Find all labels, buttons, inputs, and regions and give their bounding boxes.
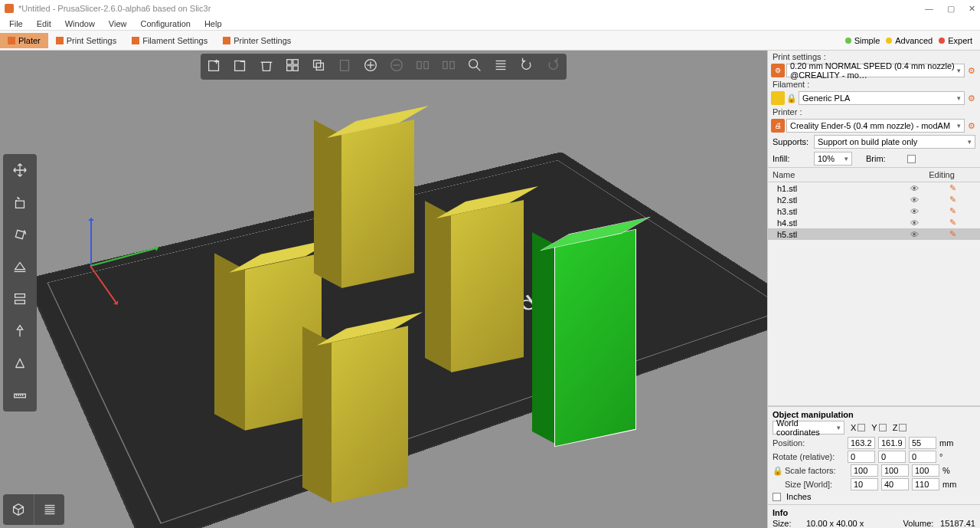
info-volume-label: Volume: [903, 519, 933, 528]
visibility-toggle[interactable]: 👁 [899, 218, 929, 228]
mode-simple[interactable]: Simple [845, 36, 880, 45]
side-panel: Print settings : ⚙ 0.20 mm NORMAL SPEED … [767, 51, 980, 528]
scale-tool[interactable] [3, 186, 37, 218]
scale-y-input[interactable] [881, 464, 909, 477]
add-instance-button[interactable] [361, 57, 380, 77]
rotate-x-input[interactable] [848, 451, 875, 463]
split-objects-button[interactable] [413, 57, 432, 77]
position-x-input[interactable] [848, 437, 875, 449]
filament-dropdown[interactable]: Generic PLA▾ [799, 91, 965, 105]
filament-lock-icon: 🔒 [786, 93, 797, 103]
object-row[interactable]: h1.stl👁✎ [768, 182, 980, 194]
size-y-input[interactable] [881, 478, 909, 490]
viewport-3d[interactable]: Ender [0, 51, 767, 528]
close-button[interactable]: ✕ [969, 4, 975, 14]
plater-icon [8, 37, 15, 44]
printer-gear[interactable]: ⚙ [966, 121, 977, 131]
redo-button[interactable] [544, 57, 562, 77]
tab-print-settings[interactable]: Print Settings [48, 33, 124, 48]
rotate-tool[interactable] [3, 218, 37, 251]
tab-printer-settings[interactable]: Printer Settings [215, 33, 299, 48]
col-name: Name [768, 168, 903, 182]
rotate-z-input[interactable] [909, 451, 936, 463]
position-y-input[interactable] [878, 437, 906, 449]
paint-supports-tool[interactable] [3, 315, 37, 347]
axis-x-text: X [851, 423, 856, 432]
edit-object-button[interactable]: ✎ [929, 183, 975, 193]
infill-label: Infill: [773, 154, 809, 163]
menu-help[interactable]: Help [198, 18, 228, 29]
maximize-button[interactable]: ▢ [947, 4, 955, 14]
svg-rect-7 [293, 60, 298, 64]
menu-window[interactable]: Window [59, 18, 101, 29]
tab-filament-settings[interactable]: Filament Settings [124, 33, 215, 48]
inches-checkbox[interactable] [773, 493, 781, 501]
rotate-y-input[interactable] [878, 451, 906, 463]
tab-plater[interactable]: Plater [0, 33, 48, 48]
edit-object-button[interactable]: ✎ [929, 195, 975, 205]
visibility-toggle[interactable]: 👁 [899, 207, 929, 216]
measure-tool[interactable] [3, 379, 37, 412]
search-button[interactable] [466, 57, 484, 77]
visibility-toggle[interactable]: 👁 [899, 184, 929, 193]
printer-dropdown[interactable]: Creality Ender-5 (0.4 mm nozzle) - modAM… [786, 119, 965, 133]
place-on-face-tool[interactable] [3, 251, 37, 283]
visibility-toggle[interactable]: 👁 [899, 230, 929, 239]
undo-button[interactable] [518, 57, 536, 77]
supports-dropdown[interactable]: Support on build plate only▾ [814, 135, 975, 149]
object-row[interactable]: h2.stl👁✎ [768, 194, 980, 205]
edit-object-button[interactable]: ✎ [929, 218, 975, 228]
mode-expert[interactable]: Expert [939, 36, 972, 45]
minimize-button[interactable]: — [925, 4, 933, 14]
filament-gear[interactable]: ⚙ [966, 93, 977, 103]
filament-label: Filament : [768, 78, 980, 90]
size-x-input[interactable] [851, 478, 878, 490]
mode-expert-label: Expert [948, 36, 972, 45]
dot-red-icon [939, 38, 945, 44]
svg-rect-31 [15, 294, 25, 298]
arrange-button[interactable] [283, 57, 302, 77]
add-button[interactable] [205, 57, 224, 77]
size-label: Size [World]: [785, 480, 848, 489]
object-row[interactable]: h4.stl👁✎ [768, 217, 980, 228]
edit-object-button[interactable]: ✎ [929, 229, 975, 239]
visibility-toggle[interactable]: 👁 [899, 195, 929, 205]
mode-advanced[interactable]: Advanced [886, 36, 933, 45]
lock-scale-icon[interactable]: 🔒 [773, 466, 782, 476]
position-z-input[interactable] [909, 437, 936, 449]
delete-all-button[interactable] [257, 57, 276, 77]
rotate-label: Rotate (relative): [773, 452, 844, 461]
variable-layer-button[interactable] [492, 57, 510, 77]
seam-tool[interactable] [3, 347, 37, 379]
filament-color-icon[interactable] [771, 91, 785, 105]
remove-instance-button[interactable] [387, 57, 406, 77]
delete-button[interactable] [231, 57, 250, 77]
print-preset-dropdown[interactable]: 0.20 mm NORMAL SPEED (0.4 mm nozzle) @CR… [786, 64, 965, 77]
move-tool[interactable] [3, 154, 37, 186]
view-preview-button[interactable] [34, 494, 64, 525]
menu-file[interactable]: File [3, 18, 29, 29]
copy-button[interactable] [309, 57, 328, 77]
print-preset-gear[interactable]: ⚙ [966, 66, 977, 76]
top-toolbar [201, 54, 567, 80]
infill-dropdown[interactable]: 10%▾ [814, 152, 852, 166]
split-parts-button[interactable] [439, 57, 458, 77]
menu-configuration[interactable]: Configuration [134, 18, 196, 29]
coord-mode-dropdown[interactable]: World coordinates▾ [773, 421, 844, 435]
supports-value: Support on build plate only [818, 137, 917, 146]
object-row[interactable]: h3.stl👁✎ [768, 205, 980, 217]
object-row[interactable]: h5.stl👁✎ [768, 228, 980, 240]
view-3d-button[interactable] [3, 494, 34, 525]
menu-view[interactable]: View [103, 18, 133, 29]
scale-z-input[interactable] [912, 464, 939, 477]
svg-rect-18 [417, 61, 422, 68]
size-z-input[interactable] [912, 478, 939, 490]
chevron-down-icon: ▾ [957, 122, 961, 130]
scale-x-input[interactable] [851, 464, 878, 477]
chevron-down-icon: ▾ [957, 94, 961, 102]
brim-checkbox[interactable] [907, 155, 916, 163]
edit-object-button[interactable]: ✎ [929, 206, 975, 216]
menu-edit[interactable]: Edit [31, 18, 57, 29]
cut-tool[interactable] [3, 283, 37, 315]
paste-button[interactable] [335, 57, 354, 77]
